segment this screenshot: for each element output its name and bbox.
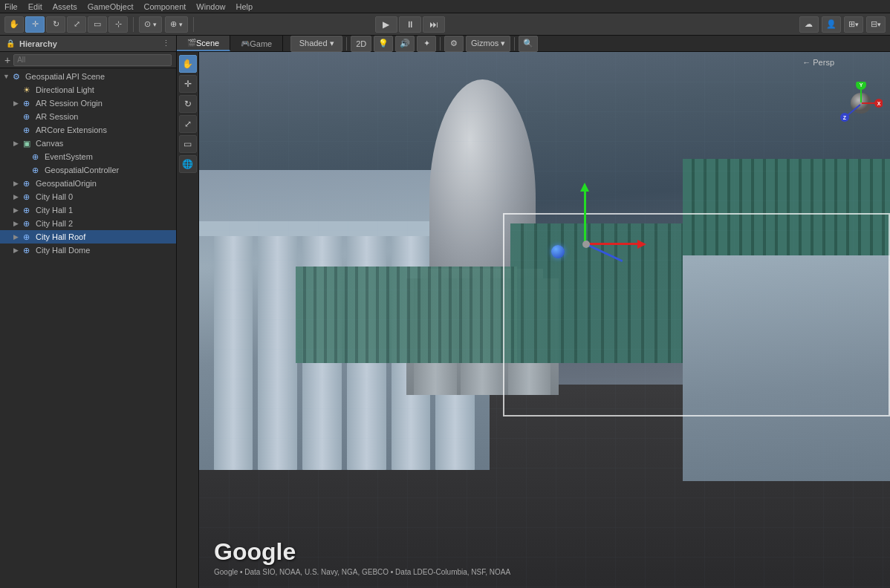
gizmo-y-head	[580, 183, 589, 192]
ch2-label: City Hall 2	[36, 219, 73, 228]
draw-mode-dropdown[interactable]: Shaded ▾	[290, 36, 342, 52]
game-tab-label: Game	[250, 39, 272, 48]
tree-item-ar-session[interactable]: ⊕ AR Session	[0, 110, 176, 123]
viewport-area[interactable]: ✋ ✛ ↻ ⤢ ▭ 🌐	[177, 52, 890, 588]
scale-tool-btn[interactable]: ⤢	[67, 16, 86, 33]
scene-view-settings-btn[interactable]: ⚙	[444, 36, 464, 52]
toolbar-right: ☁ 👤 ⊞ ▾ ⊟ ▾	[799, 16, 886, 33]
orientation-widget[interactable]: Y X Z	[839, 82, 883, 125]
hierarchy-menu-btn[interactable]: ⋮	[162, 39, 170, 48]
tree-item-arcore-extensions[interactable]: ⊕ ARCore Extensions	[0, 123, 176, 137]
persp-label: ← Persp	[802, 58, 834, 67]
menu-window[interactable]: Window	[196, 2, 225, 11]
play-button[interactable]: ▶	[375, 16, 397, 33]
es-label: EventSystem	[45, 152, 93, 161]
as-icon: ⊕	[23, 112, 33, 122]
as-label: AR Session	[36, 112, 78, 121]
collab-btn[interactable]: ☁	[799, 16, 819, 33]
hierarchy-lock-icon: 🔒	[6, 39, 15, 48]
svg-text:X: X	[877, 101, 881, 106]
scene-move-btn[interactable]: ✛	[179, 75, 197, 93]
menu-assets[interactable]: Assets	[53, 2, 77, 11]
menu-help[interactable]: Help	[236, 2, 253, 11]
google-watermark: Google	[214, 538, 296, 566]
pivot-dropdown[interactable]: ⊙ ▾	[139, 16, 162, 33]
account-btn[interactable]: 👤	[822, 16, 841, 33]
canvas-icon: ▣	[23, 139, 33, 148]
pause-button[interactable]: ⏸	[399, 16, 421, 33]
ae-label: ARCore Extensions	[36, 125, 107, 134]
es-icon: ⊕	[32, 152, 42, 162]
tree-item-city-hall-roof[interactable]: ▶ ⊕ City Hall Roof	[0, 230, 176, 244]
tree-item-city-hall-1[interactable]: ▶ ⊕ City Hall 1	[0, 203, 176, 217]
toolbar-sep-1	[133, 17, 134, 32]
hierarchy-tree: ▼ ⚙ Geospatial API Scene ☀ Directional L…	[0, 68, 176, 588]
step-button[interactable]: ⏭	[423, 16, 445, 33]
global-dropdown[interactable]: ⊕ ▾	[165, 16, 188, 33]
tree-item-city-hall-0[interactable]: ▶ ⊕ City Hall 0	[0, 190, 176, 203]
building-right	[683, 159, 890, 480]
tree-item-ar-session-origin[interactable]: ▶ ⊕ AR Session Origin	[0, 97, 176, 110]
gizmo-x-axis	[585, 243, 637, 245]
toolbar-sep-2	[193, 17, 194, 32]
rect-tool-btn[interactable]: ▭	[88, 16, 107, 33]
menu-file[interactable]: File	[4, 2, 18, 11]
tree-item-geospatial-origin[interactable]: ▶ ⊕ GeospatialOrigin	[0, 177, 176, 190]
scene-root-item[interactable]: ▼ ⚙ Geospatial API Scene	[0, 70, 176, 83]
sep-view-1	[346, 37, 347, 50]
tree-item-city-hall-dome[interactable]: ▶ ⊕ City Hall Dome	[0, 244, 176, 257]
main-toolbar: ✋ ✛ ↻ ⤢ ▭ ⊹ ⊙ ▾ ⊕ ▾ ▶ ⏸ ⏭ ☁ 👤 ⊞ ▾ ⊟ ▾	[0, 13, 890, 36]
canvas-arrow-icon: ▶	[13, 140, 21, 147]
lighting-btn[interactable]: 💡	[374, 36, 393, 52]
gizmo-y-axis	[584, 192, 586, 245]
scene-rect-btn[interactable]: ▭	[179, 135, 197, 153]
gc-icon: ⊕	[32, 166, 42, 175]
hierarchy-panel: 🔒 Hierarchy ⋮ + ▼ ⚙ Geospatial API Scene…	[0, 36, 177, 588]
move-tool-btn[interactable]: ✛	[25, 16, 45, 33]
tab-scene[interactable]: 🎬 Scene	[177, 36, 230, 51]
chr-arrow-icon: ▶	[13, 233, 21, 241]
search-scene-btn[interactable]: 🔍	[519, 36, 538, 52]
scene-globe-btn[interactable]: 🌐	[179, 155, 197, 173]
scene-rotate-btn[interactable]: ↻	[179, 95, 197, 113]
aro-icon: ⊕	[23, 99, 33, 108]
menu-edit[interactable]: Edit	[28, 2, 42, 11]
scene-3d-canvas[interactable]: ← Persp	[199, 52, 890, 588]
chr-label: City Hall Roof	[36, 232, 85, 241]
2d-mode-btn[interactable]: 2D	[351, 36, 371, 52]
ch1-arrow-icon: ▶	[13, 206, 21, 214]
tree-item-geospatial-controller[interactable]: ⊕ GeospatialController	[0, 163, 176, 177]
scene-tab-label: Scene	[196, 39, 219, 48]
add-hierarchy-icon[interactable]: +	[4, 54, 10, 66]
hand-tool-btn[interactable]: ✋	[4, 16, 24, 33]
layers-btn[interactable]: ⊞ ▾	[844, 16, 863, 33]
google-attribution: Google • Data SIO, NOAA, U.S. Navy, NGA,…	[214, 568, 510, 576]
tree-item-eventsystem[interactable]: ⊕ EventSystem	[0, 150, 176, 163]
tree-item-directional-light[interactable]: ☀ Directional Light	[0, 83, 176, 97]
scene-hand-btn[interactable]: ✋	[179, 55, 197, 73]
transform-tool-btn[interactable]: ⊹	[108, 16, 128, 33]
rotate-tool-btn[interactable]: ↻	[46, 16, 65, 33]
go-label: GeospatialOrigin	[36, 179, 97, 188]
menu-component[interactable]: Component	[143, 2, 186, 11]
ch0-arrow-icon: ▶	[13, 193, 21, 200]
hierarchy-search-input[interactable]	[13, 54, 172, 66]
scene-icon: ⚙	[13, 72, 23, 82]
menu-gameobject[interactable]: GameObject	[88, 2, 134, 11]
top-menu-bar: File Edit Assets GameObject Component Wi…	[0, 0, 890, 13]
tree-item-canvas[interactable]: ▶ ▣ Canvas	[0, 137, 176, 150]
dl-icon: ☀	[23, 85, 33, 95]
game-tab-icon: 🎮	[241, 39, 250, 48]
column-1	[214, 230, 253, 470]
tab-game[interactable]: 🎮 Game	[230, 36, 283, 51]
gizmo-x-head	[637, 240, 646, 249]
audio-btn[interactable]: 🔊	[395, 36, 415, 52]
root-arrow-icon: ▼	[3, 73, 10, 80]
scene-scale-btn[interactable]: ⤢	[179, 115, 197, 133]
gizmos-btn[interactable]: Gizmos ▾	[466, 36, 510, 52]
sep-view-2	[440, 37, 441, 50]
tree-item-city-hall-2[interactable]: ▶ ⊕ City Hall 2	[0, 217, 176, 230]
ch2-icon: ⊕	[23, 219, 33, 229]
layout-btn[interactable]: ⊟ ▾	[866, 16, 886, 33]
fx-btn[interactable]: ✦	[417, 36, 436, 52]
